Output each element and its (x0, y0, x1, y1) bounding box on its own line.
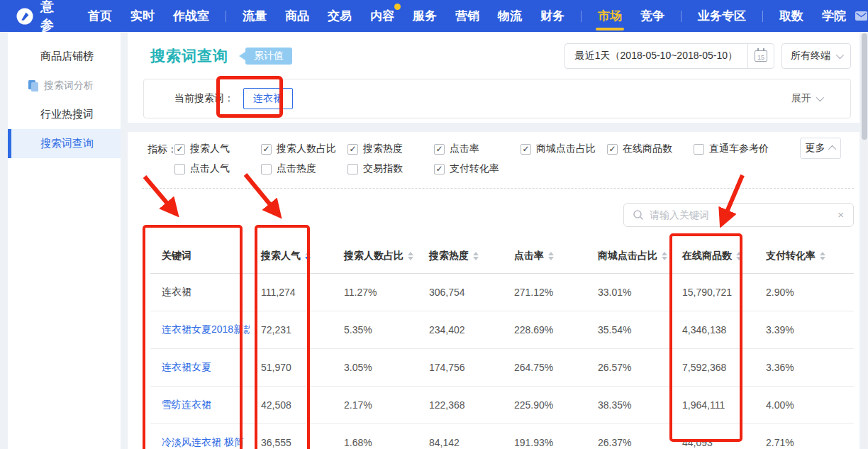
dashed-divider (142, 188, 854, 189)
calendar-button[interactable]: 15 (747, 44, 774, 68)
column-label: 搜索人气 (261, 250, 301, 262)
nav-item-2[interactable]: 实时 (121, 0, 164, 32)
keyword-link[interactable]: 冷淡风连衣裙 极简 (150, 423, 250, 449)
nav-divider (762, 11, 763, 22)
checkbox-unchecked-icon[interactable] (694, 144, 704, 155)
main-content: 搜索词查询 累计值 最近1天（2018-05-10~2018-05-10） 15… (128, 32, 859, 449)
nav-item-label: 首页 (88, 9, 112, 23)
checkbox-checked-icon[interactable]: ✓ (434, 164, 445, 174)
nav-item-1[interactable]: 首页 (79, 0, 121, 32)
nav-item-3[interactable]: 作战室 (164, 0, 218, 32)
keyword-link[interactable]: 连衣裙女夏 (150, 348, 250, 386)
metric-checkbox-row1-3[interactable]: ✓搜索热度 (347, 143, 434, 155)
cell-r5-c2: 36,555 (250, 423, 333, 449)
checkbox-checked-icon[interactable]: ✓ (607, 144, 618, 155)
sort-icon[interactable] (305, 249, 311, 263)
nav-item-14[interactable]: 市场 (589, 0, 631, 32)
column-header-6[interactable]: 商城点击占比 (586, 240, 671, 273)
sort-icon[interactable] (408, 249, 413, 263)
metric-checkbox-row2-2[interactable]: 点击热度 (261, 162, 347, 175)
metric-checkbox-row1-5[interactable]: ✓商城点击占比 (521, 143, 607, 155)
checkbox-unchecked-icon[interactable] (261, 164, 272, 174)
metric-label: 点击热度 (277, 162, 316, 175)
column-header-3[interactable]: 搜索人数占比 (333, 240, 418, 273)
checkbox-unchecked-icon[interactable] (347, 164, 358, 174)
nav-item-17[interactable]: 业务专区 (689, 0, 755, 32)
metric-label: 交易指数 (363, 162, 403, 175)
cell-r1-c5: 271.12% (503, 273, 586, 311)
keyword-link[interactable]: 雪纺连衣裙 (150, 386, 250, 423)
close-icon[interactable]: × (838, 209, 844, 221)
sidebar-item-3[interactable]: 行业热搜词 (8, 100, 121, 129)
sort-icon[interactable] (473, 249, 479, 263)
metric-checkbox-row1-2[interactable]: ✓搜索人数占比 (261, 143, 347, 155)
nav-item-19[interactable]: 取数 (770, 0, 813, 32)
sidebar-item-2[interactable]: 搜索词分析 (8, 71, 121, 100)
nav-divider (681, 11, 681, 22)
nav-item-label: 竞争 (640, 9, 664, 23)
column-header-wrap: 搜索人数占比 (344, 249, 413, 263)
metric-checkbox-row1-6[interactable]: ✓在线商品数 (607, 143, 694, 155)
cell-r4-c3: 2.17% (333, 386, 418, 423)
column-header-2[interactable]: 搜索人气 (250, 240, 333, 273)
keyword-search-input[interactable] (650, 204, 827, 226)
checkbox-checked-icon[interactable]: ✓ (174, 144, 185, 155)
metric-checkbox-row2-3[interactable]: 交易指数 (347, 162, 434, 175)
nav-item-5[interactable]: 流量 (233, 0, 276, 32)
checkbox-checked-icon[interactable]: ✓ (261, 144, 272, 155)
column-header-5[interactable]: 点击率 (503, 240, 586, 273)
keyword-link[interactable]: 连衣裙女夏2018新款 (150, 311, 250, 348)
checkbox-checked-icon[interactable]: ✓ (347, 144, 358, 155)
cell-r4-c6: 38.35% (586, 386, 671, 423)
metric-checkbox-row2-1[interactable]: 点击人气 (174, 162, 261, 175)
column-header-1: 关键词 (150, 240, 250, 273)
metric-checkbox-row1-4[interactable]: ✓点击率 (434, 143, 521, 155)
column-label: 在线商品数 (682, 250, 732, 262)
nav-item-15[interactable]: 竞争 (631, 0, 674, 32)
nav-item-11[interactable]: 物流 (489, 0, 531, 32)
checkbox-unchecked-icon[interactable] (174, 164, 185, 174)
checkbox-checked-icon[interactable]: ✓ (434, 144, 445, 155)
column-header-8[interactable]: 支付转化率 (755, 240, 854, 273)
nav-item-7[interactable]: 交易 (318, 0, 361, 32)
messages-button[interactable]: 消息 (855, 3, 868, 30)
page-header: 搜索词查询 累计值 最近1天（2018-05-10~2018-05-10） 15… (128, 32, 859, 123)
sort-icon[interactable] (662, 249, 667, 263)
more-metrics-button[interactable]: 更多 (800, 138, 841, 159)
current-search-term-tag[interactable]: 连衣裙 (243, 88, 293, 109)
notification-dot-icon (394, 4, 401, 10)
checkbox-checked-icon[interactable]: ✓ (521, 144, 531, 155)
nav-item-10[interactable]: 营销 (446, 0, 489, 32)
nav-item-label: 业务专区 (698, 9, 746, 23)
nav-item-12[interactable]: 财务 (531, 0, 574, 32)
sort-icon[interactable] (820, 249, 825, 263)
scrollbar-thumb[interactable] (862, 33, 867, 140)
cell-r1-c7: 15,790,721 (671, 273, 755, 311)
metric-checkbox-row1-7[interactable]: 直通车参考价 (694, 143, 780, 155)
nav-item-6[interactable]: 商品 (276, 0, 318, 32)
nav-item-20[interactable]: 学院 (813, 0, 855, 32)
column-header-4[interactable]: 搜索热度 (418, 240, 503, 273)
app-logo[interactable]: 生意参谋 (16, 0, 55, 53)
nav-item-9[interactable]: 服务 (404, 0, 446, 32)
column-header-7[interactable]: 在线商品数 (671, 240, 755, 273)
date-range-picker[interactable]: 最近1天（2018-05-10~2018-05-10） 15 (564, 43, 774, 69)
nav-item-8[interactable]: 内容 (361, 0, 404, 32)
cell-r5-c6: 26.37% (586, 423, 671, 449)
metric-label: 支付转化率 (450, 162, 499, 175)
current-search-label: 当前搜索词： (174, 92, 234, 105)
metric-checkbox-row1-1[interactable]: ✓搜索人气 (174, 143, 261, 155)
sidebar-item-label: 行业热搜词 (40, 108, 94, 121)
page-title: 搜索词查询 (150, 46, 228, 66)
cell-r2-c6: 35.54% (586, 311, 671, 348)
table-row-2: 连衣裙女夏2018新款72,2315.35%234,402228.69%35.5… (150, 311, 854, 348)
sort-icon[interactable] (548, 249, 554, 263)
cell-r1-c4: 306,754 (418, 273, 503, 311)
terminal-filter-dropdown[interactable]: 所有终端 (781, 43, 851, 69)
table-row-1: 连衣裙111,27411.27%306,754271.12%33.01%15,7… (150, 273, 854, 311)
sort-icon[interactable] (736, 249, 742, 263)
sidebar-item-4[interactable]: 搜索词查询 (8, 129, 121, 158)
metric-checkbox-row2-4[interactable]: ✓支付转化率 (434, 162, 521, 175)
column-label: 关键词 (162, 250, 191, 262)
expand-toggle[interactable]: 展开 (791, 92, 822, 105)
